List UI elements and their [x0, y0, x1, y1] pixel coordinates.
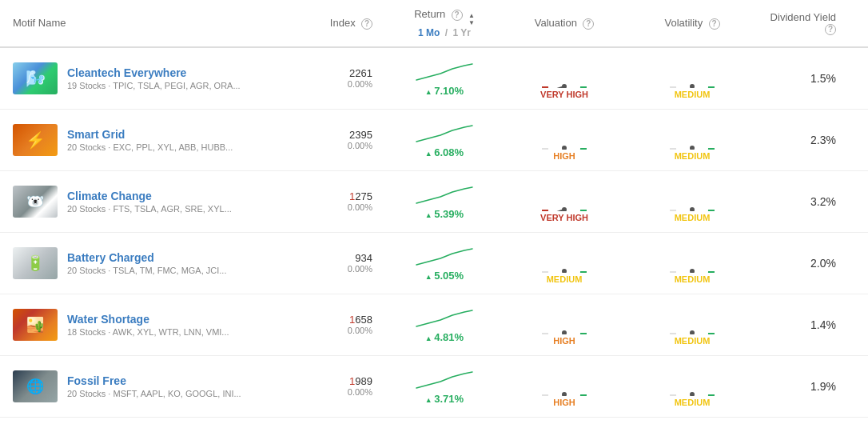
return-percent: 5.39% — [388, 208, 500, 220]
motif-thumbnail — [13, 247, 58, 279]
motif-text: Battery Charged 20 Stocks · TSLA, TM, FM… — [67, 251, 226, 275]
valuation-gauge: HIGH — [500, 119, 628, 161]
motif-stocks: 20 Stocks · MSFT, AAPL, KO, GOOGL, INI..… — [67, 389, 241, 398]
return-percent: 5.05% — [388, 270, 500, 282]
volatility-gauge: MEDIUM — [628, 304, 756, 346]
valuation-gauge: VERY HIGH — [500, 58, 628, 99]
return-help-icon[interactable]: ? — [452, 10, 463, 21]
index-number: 1658 — [309, 314, 372, 326]
volatility-label: MEDIUM — [675, 90, 711, 99]
motif-info: Battery Charged 20 Stocks · TSLA, TM, FM… — [13, 247, 309, 279]
table-row: Climate Change 20 Stocks · FTS, TSLA, AG… — [0, 171, 868, 233]
dividend-cell: 3.2% — [756, 195, 852, 208]
valuation-gauge: MEDIUM — [500, 242, 628, 284]
index-percent: 0.00% — [309, 79, 372, 89]
motif-title[interactable]: Battery Charged — [67, 251, 226, 264]
return-cell: 3.71% — [388, 367, 500, 405]
valuation-label: VERY HIGH — [540, 90, 588, 99]
motif-stocks: 20 Stocks · TSLA, TM, FMC, MGA, JCI... — [67, 266, 226, 275]
return-cell: 4.81% — [388, 306, 500, 343]
return-chart — [388, 121, 500, 146]
table-row: Fossil Free 20 Stocks · MSFT, AAPL, KO, … — [0, 356, 868, 418]
valuation-gauge: HIGH — [500, 366, 628, 407]
motif-stocks: 20 Stocks · FTS, TSLA, AGR, SRE, XYL... — [67, 204, 232, 214]
dividend-cell: 2.3% — [756, 134, 852, 146]
motif-title[interactable]: Fossil Free — [67, 374, 241, 387]
svg-point-21 — [562, 392, 567, 396]
index-number: 934 — [309, 252, 372, 264]
return-chart — [388, 182, 500, 208]
motif-stocks: 19 Stocks · TPIC, TSLA, PEGI, AGR, ORA..… — [67, 81, 241, 90]
return-cell: 5.39% — [388, 182, 500, 220]
index-percent: 0.00% — [309, 387, 372, 397]
svg-point-17 — [562, 330, 567, 334]
dividend-cell: 1.5% — [756, 72, 852, 85]
index-help-icon[interactable]: ? — [361, 18, 372, 30]
svg-point-23 — [690, 392, 695, 396]
motif-title[interactable]: Water Shortage — [67, 313, 229, 326]
dividend-cell: 1.9% — [756, 380, 852, 393]
header-valuation: Valuation ? — [500, 17, 628, 30]
valuation-gauge: VERY HIGH — [500, 181, 628, 222]
svg-point-7 — [690, 146, 695, 150]
svg-point-3 — [690, 84, 695, 88]
index-number: 2261 — [309, 67, 372, 79]
dividend-cell: 1.4% — [756, 318, 852, 331]
volatility-cell: MEDIUM — [628, 119, 756, 161]
table-row: Smart Grid 20 Stocks · EXC, PPL, XYL, AB… — [0, 110, 868, 171]
index-cell: 1989 0.00% — [309, 375, 388, 397]
header-dividend: Dividend Yield ? — [756, 11, 852, 35]
index-number: 1989 — [309, 375, 372, 387]
volatility-gauge: MEDIUM — [628, 242, 756, 284]
motif-thumbnail — [13, 62, 58, 94]
motif-stocks: 18 Stocks · AWK, XYL, WTR, LNN, VMI... — [67, 327, 229, 337]
index-cell: 2395 0.00% — [309, 129, 388, 150]
valuation-cell: HIGH — [500, 304, 628, 346]
motif-title[interactable]: Climate Change — [67, 190, 232, 202]
return-sort[interactable]: ▲▼ — [468, 13, 475, 27]
dividend-cell: 2.0% — [756, 257, 852, 270]
motif-stocks: 20 Stocks · EXC, PPL, XYL, ABB, HUBB... — [67, 142, 233, 152]
volatility-cell: MEDIUM — [628, 366, 756, 407]
motif-text: Water Shortage 18 Stocks · AWK, XYL, WTR… — [67, 313, 229, 337]
valuation-label: HIGH — [553, 336, 575, 346]
motif-info: Water Shortage 18 Stocks · AWK, XYL, WTR… — [13, 309, 309, 341]
valuation-label: MEDIUM — [547, 274, 583, 284]
index-cell: 1275 0.00% — [309, 190, 388, 212]
motif-text: Smart Grid 20 Stocks · EXC, PPL, XYL, AB… — [67, 128, 233, 152]
svg-point-15 — [690, 269, 695, 273]
valuation-cell: MEDIUM — [500, 242, 628, 284]
table-row: Water Shortage 18 Stocks · AWK, XYL, WTR… — [0, 294, 868, 356]
motif-text: Climate Change 20 Stocks · FTS, TSLA, AG… — [67, 190, 232, 214]
volatility-cell: MEDIUM — [628, 242, 756, 284]
valuation-gauge: HIGH — [500, 304, 628, 346]
dividend-help-icon[interactable]: ? — [825, 24, 836, 35]
valuation-cell: HIGH — [500, 366, 628, 407]
return-chart — [388, 306, 500, 331]
motif-title[interactable]: Smart Grid — [67, 128, 233, 141]
volatility-cell: MEDIUM — [628, 58, 756, 99]
return-percent: 4.81% — [388, 331, 500, 343]
volatility-help-icon[interactable]: ? — [709, 18, 720, 30]
valuation-cell: HIGH — [500, 119, 628, 161]
motif-title[interactable]: Cleantech Everywhere — [67, 66, 241, 79]
volatility-cell: MEDIUM — [628, 304, 756, 346]
return-chart — [388, 244, 500, 270]
motif-info: Climate Change 20 Stocks · FTS, TSLA, AG… — [13, 186, 309, 218]
svg-point-19 — [690, 330, 695, 334]
table-row: Battery Charged 20 Stocks · TSLA, TM, FM… — [0, 233, 868, 294]
index-number: 2395 — [309, 129, 372, 141]
return-cell: 6.08% — [388, 121, 500, 158]
motif-info: Smart Grid 20 Stocks · EXC, PPL, XYL, AB… — [13, 124, 309, 156]
index-percent: 0.00% — [309, 264, 372, 274]
return-cell: 7.10% — [388, 59, 500, 97]
return-chart — [388, 367, 500, 393]
index-percent: 0.00% — [309, 326, 372, 335]
return-chart — [388, 59, 500, 85]
valuation-cell: VERY HIGH — [500, 58, 628, 99]
svg-point-9 — [562, 207, 567, 211]
valuation-help-icon[interactable]: ? — [583, 18, 594, 30]
svg-point-1 — [562, 84, 567, 88]
volatility-gauge: MEDIUM — [628, 58, 756, 99]
volatility-cell: MEDIUM — [628, 181, 756, 222]
